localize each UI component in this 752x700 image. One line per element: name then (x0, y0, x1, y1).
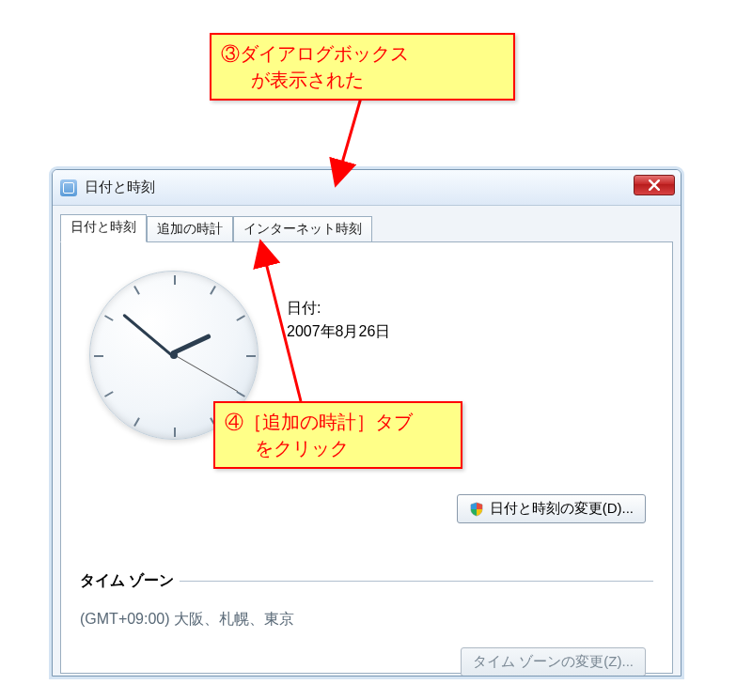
clock-second-hand (174, 354, 238, 392)
callout-3-line2: が表示された (221, 67, 504, 93)
callout-3-line1: ③ダイアログボックス (221, 40, 504, 67)
tab-internet-time[interactable]: インターネット時刻 (233, 216, 372, 243)
close-icon (649, 179, 660, 191)
change-timezone-button[interactable]: タイム ゾーンの変更(Z)... (461, 647, 646, 677)
callout-4: ④［追加の時計］タブ をクリック (213, 401, 462, 469)
clock-minute-hand (122, 314, 175, 358)
timezone-value: (GMT+09:00) 大阪、札幌、東京 (80, 610, 653, 630)
tab-date-time[interactable]: 日付と時刻 (60, 214, 147, 242)
date-label: 日付: (287, 299, 390, 319)
timezone-title-text: タイム ゾーン (80, 571, 174, 591)
close-button[interactable] (634, 175, 675, 195)
callout-4-line2: をクリック (225, 435, 451, 461)
change-date-time-label: 日付と時刻の変更(D)... (490, 500, 634, 518)
clock-center-pin (170, 351, 178, 359)
timezone-section: タイム ゾーン (GMT+09:00) 大阪、札幌、東京 (80, 571, 653, 630)
callout-3: ③ダイアログボックス が表示された (210, 33, 515, 101)
change-date-time-button[interactable]: 日付と時刻の変更(D)... (457, 494, 646, 523)
window-title: 日付と時刻 (85, 179, 155, 196)
tab-strip: 日付と時刻 追加の時計 インターネット時刻 (53, 206, 681, 241)
date-info: 日付: 2007年8月26日 (287, 299, 390, 342)
clock-app-icon (60, 179, 77, 196)
change-timezone-label: タイム ゾーンの変更(Z)... (473, 653, 634, 669)
tab-additional-clocks[interactable]: 追加の時計 (147, 216, 233, 243)
timezone-section-title: タイム ゾーン (80, 571, 653, 591)
callout-4-line1: ④［追加の時計］タブ (225, 409, 451, 435)
section-divider (180, 581, 653, 582)
uac-shield-icon (469, 502, 484, 517)
titlebar: 日付と時刻 (53, 170, 681, 206)
date-value: 2007年8月26日 (287, 322, 390, 342)
